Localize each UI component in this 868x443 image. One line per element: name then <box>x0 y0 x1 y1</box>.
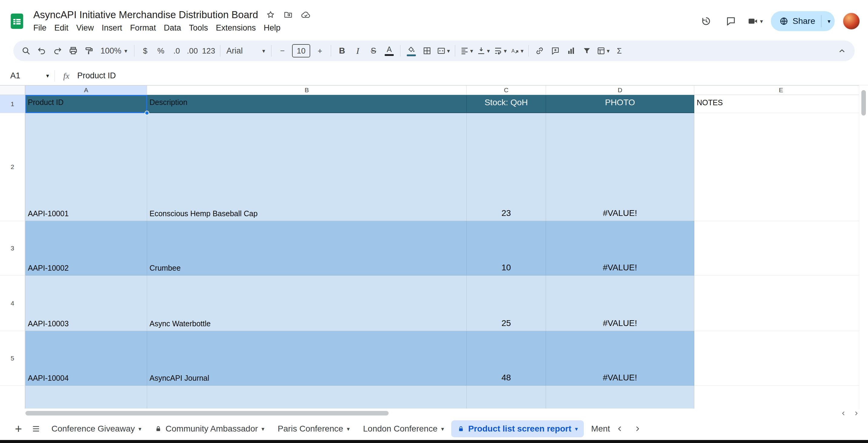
borders-button[interactable] <box>419 43 435 59</box>
horizontal-scrollbar-thumb[interactable] <box>25 411 389 415</box>
column-header-b[interactable]: B <box>147 86 467 95</box>
menu-extensions[interactable]: Extensions <box>212 22 260 34</box>
menu-view[interactable]: View <box>72 22 98 34</box>
cell-stock[interactable]: 23 <box>467 113 546 221</box>
cell-description[interactable]: Crumbee <box>147 221 467 275</box>
move-folder-icon[interactable] <box>283 10 293 20</box>
share-button[interactable]: Share ▾ <box>771 11 835 31</box>
cell-notes[interactable] <box>694 221 868 275</box>
tab-product-list-screen-report[interactable]: Product list screen report ▾ <box>451 420 584 437</box>
formula-input[interactable]: Product ID <box>77 71 868 80</box>
paint-format-icon[interactable] <box>81 43 97 59</box>
decrease-font-button[interactable]: − <box>275 43 290 59</box>
collapse-toolbar-icon[interactable] <box>834 43 850 59</box>
cell-b1[interactable]: Description <box>147 95 467 113</box>
version-history-icon[interactable] <box>698 13 715 30</box>
cell-description[interactable]: AsyncAPI Journal <box>147 331 467 385</box>
merge-cells-button[interactable]: ▾ <box>435 43 452 59</box>
font-select[interactable]: Arial ▾ <box>223 46 268 56</box>
meet-button[interactable]: ▾ <box>747 16 763 27</box>
zoom-select[interactable]: 100% ▾ <box>97 46 131 56</box>
cell-notes[interactable] <box>694 113 868 221</box>
redo-icon[interactable] <box>50 43 65 59</box>
fill-handle[interactable] <box>145 111 149 115</box>
strikethrough-button[interactable]: S <box>366 43 381 59</box>
cell-photo[interactable]: #VALUE! <box>546 221 694 275</box>
cloud-status-icon[interactable] <box>301 10 311 20</box>
vertical-align-button[interactable]: ▾ <box>475 43 492 59</box>
cell-d1[interactable]: PHOTO <box>546 95 694 113</box>
cell-description[interactable]: Async Waterbottle <box>147 275 467 331</box>
row-number[interactable]: 5 <box>0 331 25 385</box>
comments-icon[interactable] <box>722 13 739 30</box>
text-rotation-button[interactable]: A ▾ <box>508 43 525 59</box>
cell-c1[interactable]: Stock: QoH <box>467 95 546 113</box>
menu-edit[interactable]: Edit <box>51 22 73 34</box>
share-menu-caret[interactable]: ▾ <box>828 19 831 24</box>
more-formats-button[interactable]: 123 <box>200 43 217 59</box>
cell[interactable] <box>25 385 147 409</box>
increase-decimal-button[interactable]: .00 <box>185 43 200 59</box>
cell-product-id[interactable]: AAPI-10001 <box>25 113 147 221</box>
cell-photo[interactable]: #VALUE! <box>546 113 694 221</box>
menu-help[interactable]: Help <box>260 22 284 34</box>
currency-format-button[interactable]: $ <box>137 43 153 59</box>
all-sheets-icon[interactable] <box>28 421 44 437</box>
insert-link-icon[interactable] <box>532 43 548 59</box>
font-size-input[interactable]: 10 <box>292 44 310 58</box>
menu-insert[interactable]: Insert <box>98 22 126 34</box>
tab-cut-off[interactable]: Ment <box>585 420 610 437</box>
italic-button[interactable]: I <box>350 43 366 59</box>
cell-description[interactable]: Econscious Hemp Baseball Cap <box>147 113 467 221</box>
cell-photo[interactable]: #VALUE! <box>546 331 694 385</box>
cell-stock[interactable]: 25 <box>467 275 546 331</box>
add-sheet-button[interactable]: + <box>10 421 27 437</box>
document-title[interactable]: AsyncAPI Initiative Merchandise Distribu… <box>33 9 258 21</box>
tabs-scroll-left-icon[interactable] <box>616 424 624 433</box>
cell-notes[interactable] <box>694 331 868 385</box>
horizontal-align-button[interactable]: ▾ <box>458 43 475 59</box>
tab-conference-giveaway[interactable]: Conference Giveaway ▾ <box>45 420 147 437</box>
print-icon[interactable] <box>65 43 81 59</box>
row-number[interactable]: 4 <box>0 275 25 331</box>
scroll-right-icon[interactable] <box>853 410 860 417</box>
avatar[interactable] <box>843 12 860 30</box>
cell[interactable] <box>147 385 467 409</box>
cell-e1[interactable]: NOTES <box>694 95 868 113</box>
search-icon[interactable] <box>18 43 34 59</box>
cell-stock[interactable]: 10 <box>467 221 546 275</box>
decrease-decimal-button[interactable]: .0 <box>169 43 185 59</box>
percent-format-button[interactable]: % <box>153 43 169 59</box>
horizontal-scrollbar[interactable] <box>0 409 868 418</box>
text-color-button[interactable]: A <box>381 43 397 59</box>
vertical-scrollbar-thumb[interactable] <box>861 90 866 115</box>
menu-tools[interactable]: Tools <box>185 22 212 34</box>
cell-notes[interactable] <box>694 275 868 331</box>
row-number[interactable]: 2 <box>0 113 25 221</box>
row-number[interactable] <box>0 385 25 409</box>
row-number[interactable]: 3 <box>0 221 25 275</box>
select-all-corner[interactable] <box>0 86 25 95</box>
name-box[interactable]: A1 ▾ <box>0 71 55 80</box>
scroll-left-icon[interactable] <box>840 410 847 417</box>
menu-file[interactable]: File <box>29 22 51 34</box>
menu-format[interactable]: Format <box>126 22 160 34</box>
row-number[interactable]: 1 <box>0 95 25 113</box>
sheets-logo-icon[interactable] <box>8 12 26 30</box>
tab-community-ambassador[interactable]: Community Ambassador ▾ <box>149 420 271 437</box>
cell-product-id[interactable]: AAPI-10003 <box>25 275 147 331</box>
fill-color-button[interactable] <box>403 43 419 59</box>
menu-data[interactable]: Data <box>160 22 185 34</box>
star-icon[interactable] <box>266 10 276 20</box>
cell[interactable] <box>546 385 694 409</box>
cell-a1[interactable]: Product ID <box>25 95 147 113</box>
text-wrap-button[interactable]: ▾ <box>492 43 509 59</box>
insert-chart-icon[interactable] <box>563 43 579 59</box>
functions-button[interactable]: Σ <box>611 43 627 59</box>
column-header-c[interactable]: C <box>467 86 546 95</box>
insert-comment-icon[interactable] <box>548 43 563 59</box>
tabs-scroll-right-icon[interactable] <box>633 424 642 433</box>
tab-london-conference[interactable]: London Conference ▾ <box>357 420 450 437</box>
cell[interactable] <box>694 385 868 409</box>
tab-paris-conference[interactable]: Paris Conference ▾ <box>272 420 356 437</box>
